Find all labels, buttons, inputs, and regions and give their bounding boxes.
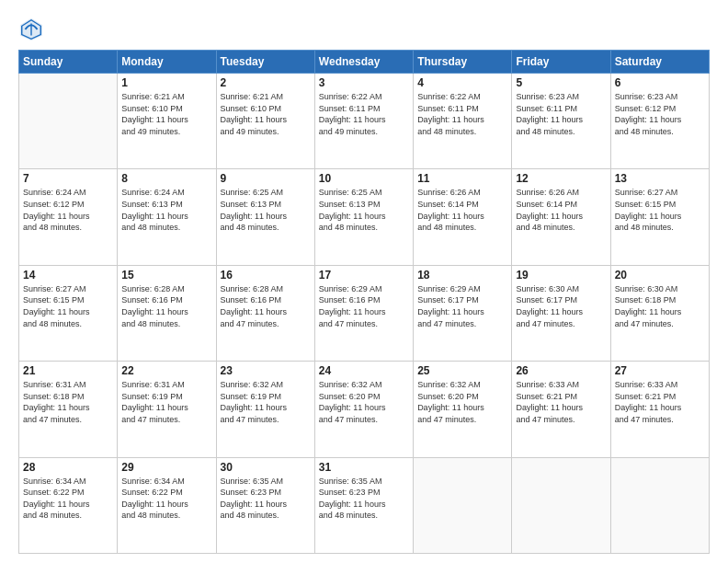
day-number: 11 xyxy=(417,172,507,185)
calendar-cell: 30Sunrise: 6:35 AM Sunset: 6:23 PM Dayli… xyxy=(216,457,314,553)
calendar-cell: 31Sunrise: 6:35 AM Sunset: 6:23 PM Dayli… xyxy=(314,457,413,553)
calendar-cell: 29Sunrise: 6:34 AM Sunset: 6:22 PM Dayli… xyxy=(118,457,216,553)
calendar-cell: 2Sunrise: 6:21 AM Sunset: 6:10 PM Daylig… xyxy=(216,74,314,169)
weekday-header: Wednesday xyxy=(314,51,413,74)
day-info: Sunrise: 6:24 AM Sunset: 6:13 PM Dayligh… xyxy=(121,187,211,233)
day-info: Sunrise: 6:33 AM Sunset: 6:21 PM Dayligh… xyxy=(516,379,606,425)
calendar-week-row: 28Sunrise: 6:34 AM Sunset: 6:22 PM Dayli… xyxy=(19,457,710,553)
calendar-cell: 6Sunrise: 6:23 AM Sunset: 6:12 PM Daylig… xyxy=(610,74,709,169)
calendar-cell xyxy=(414,457,512,553)
day-number: 13 xyxy=(615,172,705,185)
calendar-cell: 12Sunrise: 6:26 AM Sunset: 6:14 PM Dayli… xyxy=(512,169,610,265)
day-number: 16 xyxy=(221,269,311,282)
day-number: 15 xyxy=(121,269,211,282)
calendar-cell: 13Sunrise: 6:27 AM Sunset: 6:15 PM Dayli… xyxy=(610,169,709,265)
calendar-cell: 7Sunrise: 6:24 AM Sunset: 6:12 PM Daylig… xyxy=(19,169,118,265)
calendar-week-row: 7Sunrise: 6:24 AM Sunset: 6:12 PM Daylig… xyxy=(19,169,710,265)
logo xyxy=(18,17,48,42)
calendar-cell: 8Sunrise: 6:24 AM Sunset: 6:13 PM Daylig… xyxy=(118,169,216,265)
calendar-cell: 23Sunrise: 6:32 AM Sunset: 6:19 PM Dayli… xyxy=(216,362,314,457)
day-info: Sunrise: 6:28 AM Sunset: 6:16 PM Dayligh… xyxy=(221,283,311,329)
day-info: Sunrise: 6:34 AM Sunset: 6:22 PM Dayligh… xyxy=(23,476,113,522)
day-info: Sunrise: 6:30 AM Sunset: 6:18 PM Dayligh… xyxy=(615,283,705,329)
day-number: 29 xyxy=(121,461,211,474)
calendar-cell: 3Sunrise: 6:22 AM Sunset: 6:11 PM Daylig… xyxy=(314,74,413,169)
calendar-cell: 20Sunrise: 6:30 AM Sunset: 6:18 PM Dayli… xyxy=(610,265,709,361)
calendar-table: SundayMondayTuesdayWednesdayThursdayFrid… xyxy=(18,50,710,554)
day-info: Sunrise: 6:22 AM Sunset: 6:11 PM Dayligh… xyxy=(417,91,507,137)
day-info: Sunrise: 6:24 AM Sunset: 6:12 PM Dayligh… xyxy=(23,187,113,233)
day-info: Sunrise: 6:21 AM Sunset: 6:10 PM Dayligh… xyxy=(121,91,211,137)
day-number: 6 xyxy=(615,76,705,89)
calendar-week-row: 14Sunrise: 6:27 AM Sunset: 6:15 PM Dayli… xyxy=(19,265,710,361)
calendar-cell: 19Sunrise: 6:30 AM Sunset: 6:17 PM Dayli… xyxy=(512,265,610,361)
day-number: 14 xyxy=(23,269,113,282)
day-info: Sunrise: 6:35 AM Sunset: 6:23 PM Dayligh… xyxy=(319,476,409,522)
day-info: Sunrise: 6:35 AM Sunset: 6:23 PM Dayligh… xyxy=(221,476,311,522)
day-info: Sunrise: 6:23 AM Sunset: 6:11 PM Dayligh… xyxy=(516,91,606,137)
calendar-cell xyxy=(610,457,709,553)
day-info: Sunrise: 6:31 AM Sunset: 6:18 PM Dayligh… xyxy=(23,379,113,425)
calendar-cell xyxy=(512,457,610,553)
day-number: 30 xyxy=(221,461,311,474)
day-info: Sunrise: 6:25 AM Sunset: 6:13 PM Dayligh… xyxy=(319,187,409,233)
calendar-cell: 22Sunrise: 6:31 AM Sunset: 6:19 PM Dayli… xyxy=(118,362,216,457)
weekday-header: Sunday xyxy=(19,51,118,74)
day-info: Sunrise: 6:23 AM Sunset: 6:12 PM Dayligh… xyxy=(615,91,705,137)
day-number: 24 xyxy=(319,364,409,377)
calendar-cell: 16Sunrise: 6:28 AM Sunset: 6:16 PM Dayli… xyxy=(216,265,314,361)
day-info: Sunrise: 6:32 AM Sunset: 6:20 PM Dayligh… xyxy=(319,379,409,425)
day-number: 22 xyxy=(121,364,211,377)
weekday-header: Tuesday xyxy=(216,51,314,74)
day-number: 9 xyxy=(221,172,311,185)
day-number: 10 xyxy=(319,172,409,185)
day-number: 3 xyxy=(319,76,409,89)
day-info: Sunrise: 6:22 AM Sunset: 6:11 PM Dayligh… xyxy=(319,91,409,137)
day-info: Sunrise: 6:32 AM Sunset: 6:19 PM Dayligh… xyxy=(221,379,311,425)
day-info: Sunrise: 6:33 AM Sunset: 6:21 PM Dayligh… xyxy=(615,379,705,425)
day-info: Sunrise: 6:30 AM Sunset: 6:17 PM Dayligh… xyxy=(516,283,606,329)
day-number: 19 xyxy=(516,269,606,282)
day-number: 26 xyxy=(516,364,606,377)
calendar-cell: 21Sunrise: 6:31 AM Sunset: 6:18 PM Dayli… xyxy=(19,362,118,457)
calendar-cell: 25Sunrise: 6:32 AM Sunset: 6:20 PM Dayli… xyxy=(414,362,512,457)
day-number: 20 xyxy=(615,269,705,282)
day-number: 5 xyxy=(516,76,606,89)
day-number: 25 xyxy=(417,364,507,377)
day-number: 18 xyxy=(417,269,507,282)
day-number: 8 xyxy=(121,172,211,185)
calendar-cell: 15Sunrise: 6:28 AM Sunset: 6:16 PM Dayli… xyxy=(118,265,216,361)
calendar-cell: 11Sunrise: 6:26 AM Sunset: 6:14 PM Dayli… xyxy=(414,169,512,265)
calendar-week-row: 21Sunrise: 6:31 AM Sunset: 6:18 PM Dayli… xyxy=(19,362,710,457)
day-info: Sunrise: 6:31 AM Sunset: 6:19 PM Dayligh… xyxy=(121,379,211,425)
calendar-cell: 4Sunrise: 6:22 AM Sunset: 6:11 PM Daylig… xyxy=(414,74,512,169)
weekday-header: Friday xyxy=(512,51,610,74)
calendar-cell: 5Sunrise: 6:23 AM Sunset: 6:11 PM Daylig… xyxy=(512,74,610,169)
day-number: 12 xyxy=(516,172,606,185)
day-info: Sunrise: 6:27 AM Sunset: 6:15 PM Dayligh… xyxy=(23,283,113,329)
calendar-cell: 18Sunrise: 6:29 AM Sunset: 6:17 PM Dayli… xyxy=(414,265,512,361)
calendar-cell: 1Sunrise: 6:21 AM Sunset: 6:10 PM Daylig… xyxy=(118,74,216,169)
calendar-page: SundayMondayTuesdayWednesdayThursdayFrid… xyxy=(0,0,728,563)
day-info: Sunrise: 6:26 AM Sunset: 6:14 PM Dayligh… xyxy=(417,187,507,233)
day-info: Sunrise: 6:27 AM Sunset: 6:15 PM Dayligh… xyxy=(615,187,705,233)
day-number: 2 xyxy=(221,76,311,89)
day-number: 21 xyxy=(23,364,113,377)
day-info: Sunrise: 6:29 AM Sunset: 6:16 PM Dayligh… xyxy=(319,283,409,329)
day-info: Sunrise: 6:34 AM Sunset: 6:22 PM Dayligh… xyxy=(121,476,211,522)
day-number: 1 xyxy=(121,76,211,89)
day-number: 4 xyxy=(417,76,507,89)
weekday-header: Monday xyxy=(118,51,216,74)
day-number: 23 xyxy=(221,364,311,377)
calendar-cell: 28Sunrise: 6:34 AM Sunset: 6:22 PM Dayli… xyxy=(19,457,118,553)
calendar-cell: 14Sunrise: 6:27 AM Sunset: 6:15 PM Dayli… xyxy=(19,265,118,361)
day-info: Sunrise: 6:21 AM Sunset: 6:10 PM Dayligh… xyxy=(221,91,311,137)
day-number: 7 xyxy=(23,172,113,185)
calendar-cell: 24Sunrise: 6:32 AM Sunset: 6:20 PM Dayli… xyxy=(314,362,413,457)
day-number: 27 xyxy=(615,364,705,377)
day-info: Sunrise: 6:26 AM Sunset: 6:14 PM Dayligh… xyxy=(516,187,606,233)
day-number: 28 xyxy=(23,461,113,474)
weekday-header: Thursday xyxy=(414,51,512,74)
calendar-week-row: 1Sunrise: 6:21 AM Sunset: 6:10 PM Daylig… xyxy=(19,74,710,169)
calendar-cell xyxy=(19,74,118,169)
